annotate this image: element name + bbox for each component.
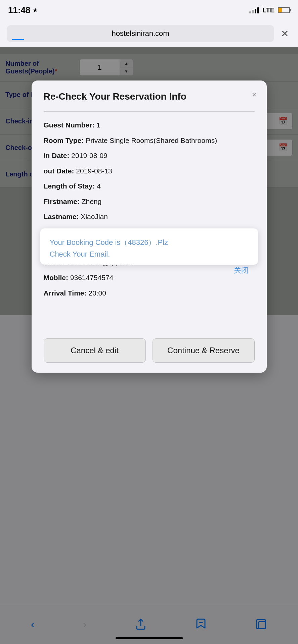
modal-close-button[interactable]: ×	[252, 90, 256, 99]
page-wrapper: 11:48 LTE hostelsiniran.com ✕	[0, 0, 298, 644]
info-label: Length of Stay:	[44, 182, 97, 190]
info-fields: Guest Number: 1 Room Type: Private Singl…	[44, 120, 255, 298]
url-bar[interactable]: hostelsiniran.com	[7, 25, 274, 42]
status-bar: 11:48 LTE	[0, 0, 298, 20]
signal-bars	[249, 7, 259, 13]
info-row-out-date: out Date: 2019-08-13	[44, 166, 255, 176]
info-value: 2019-08-09	[71, 152, 107, 159]
info-row-guest-number: Guest Number: 1	[44, 120, 255, 130]
info-row-length: Length of Stay: 4	[44, 181, 255, 192]
info-row-room-type: Room Type: Private Single Rooms(Shared B…	[44, 135, 255, 146]
info-label: in Date:	[44, 152, 72, 159]
signal-bar-1	[249, 11, 251, 13]
status-time: 11:48	[8, 5, 38, 15]
modal-overlay: Re-Check Your Reservation Info × Guest N…	[0, 47, 298, 644]
info-value: 2019-08-13	[76, 167, 112, 175]
url-text: hostelsiniran.com	[112, 29, 169, 38]
info-value: 4	[97, 182, 101, 190]
location-icon	[33, 7, 38, 13]
info-label: Lastname:	[44, 213, 81, 220]
info-row-arrival: Arrival Time: 20:00	[44, 288, 255, 299]
status-right: LTE	[249, 6, 290, 14]
info-label: Arrival Time:	[44, 289, 89, 297]
booking-code-popup: Your Booking Code is（48326）.Plz Check Yo…	[40, 228, 258, 265]
url-underline	[12, 39, 24, 40]
booking-popup-close-button[interactable]: 关闭	[50, 265, 249, 275]
lte-label: LTE	[262, 6, 274, 14]
info-row-in-date: in Date: 2019-08-09	[44, 150, 255, 161]
info-row-firstname: Firstname: Zheng	[44, 196, 255, 207]
battery-fill	[279, 8, 282, 12]
info-value: 1	[96, 121, 100, 129]
booking-popup-text: Your Booking Code is（48326）.Plz Check Yo…	[50, 236, 249, 260]
battery-icon	[278, 7, 290, 13]
info-label: Guest Number:	[44, 121, 97, 129]
modal-divider	[44, 111, 255, 112]
info-value: XiaoJian	[81, 213, 108, 220]
signal-bar-2	[252, 10, 254, 13]
info-value: 20:00	[88, 289, 106, 297]
browser-close-button[interactable]: ✕	[278, 25, 291, 42]
info-value: Private Single Rooms(Shared Bathrooms)	[86, 137, 217, 144]
info-label: Firstname:	[44, 198, 82, 205]
info-label: Room Type:	[44, 137, 86, 144]
modal-footer: Cancel & edit Continue & Reserve	[44, 338, 255, 363]
browser-bar: hostelsiniran.com ✕	[0, 20, 298, 47]
signal-bar-3	[255, 9, 256, 13]
cancel-edit-button[interactable]: Cancel & edit	[44, 338, 146, 363]
time-label: 11:48	[8, 5, 31, 15]
modal-title: Re-Check Your Reservation Info	[44, 91, 255, 102]
signal-bar-4	[257, 7, 259, 13]
info-row-lastname: Lastname: XiaoJian	[44, 211, 255, 222]
info-value: Zheng	[82, 198, 102, 205]
info-label: out Date:	[44, 167, 76, 175]
reservation-modal: Re-Check Your Reservation Info × Guest N…	[32, 80, 267, 373]
continue-reserve-button[interactable]: Continue & Reserve	[153, 338, 255, 363]
